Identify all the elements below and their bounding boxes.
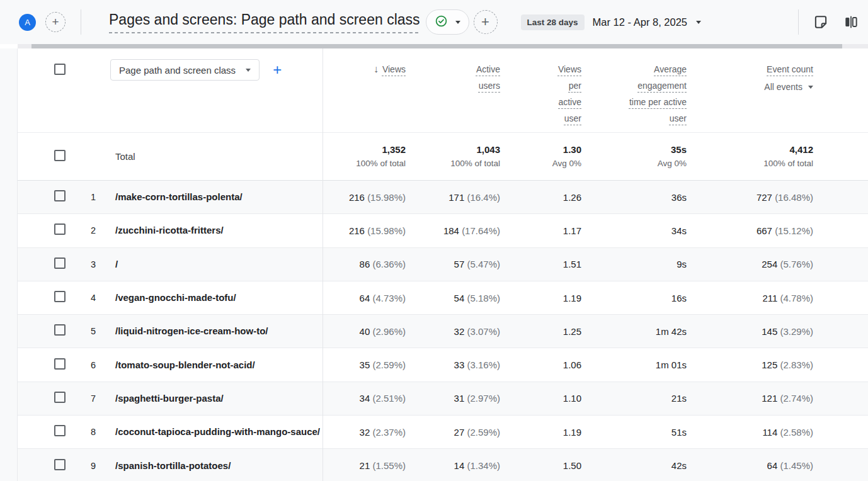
row-checkbox[interactable] [54, 324, 66, 336]
engagement-time-cell: 1m 01s [581, 359, 687, 370]
header-divider [798, 9, 799, 35]
check-circle-icon [435, 14, 448, 30]
engagement-time-cell: 9s [581, 259, 687, 269]
comparison-panels-button[interactable] [843, 14, 859, 30]
page-path: /spaghetti-burger-pasta/ [105, 392, 323, 405]
views-per-active-user-cell: 1.25 [500, 326, 581, 337]
row-number: 5 [67, 326, 105, 336]
select-all-checkbox[interactable] [54, 64, 66, 75]
table-row: 2 /zucchini-ricotta-fritters/ 216 (15.98… [18, 214, 868, 247]
table-row: 4 /vegan-gnocchi-made-tofu/ 64 (4.73%) 5… [18, 281, 868, 315]
views-cell: 21 (1.55%) [323, 460, 406, 471]
account-avatar[interactable]: A [19, 14, 36, 31]
event-count-cell: 125 (2.83%) [687, 359, 813, 370]
row-checkbox[interactable] [54, 291, 66, 302]
column-label: Active users [465, 61, 500, 94]
engagement-time-cell: 1m 42s [581, 326, 687, 337]
event-count-cell: 64 (1.45%) [687, 460, 813, 471]
column-label: Event count [767, 61, 813, 77]
table-row: 9 /spanish-tortilla-potatoes/ 21 (1.55%)… [18, 449, 868, 481]
add-report-tab-button[interactable]: + [45, 12, 66, 32]
report-table: Page path and screen class + ↓ Views Act… [18, 48, 868, 481]
total-views: 1,352 100% of total [323, 143, 406, 170]
page-path: /coconut-tapioca-pudding-with-mango-sauc… [105, 426, 323, 438]
date-range-badge: Last 28 days [521, 14, 585, 30]
row-checkbox[interactable] [54, 392, 66, 403]
views-cell: 34 (2.51%) [323, 393, 406, 404]
row-checkbox[interactable] [54, 358, 66, 370]
column-header-event-count[interactable]: Event count All events [687, 48, 813, 94]
event-count-cell: 114 (2.58%) [687, 427, 813, 438]
table-total-row: Total 1,352 100% of total 1,043 100% of … [18, 132, 868, 181]
engagement-time-cell: 36s [581, 192, 687, 203]
engagement-time-cell: 21s [581, 393, 687, 404]
active-users-cell: 57 (5.47%) [406, 259, 500, 269]
views-cell: 35 (2.59%) [323, 359, 406, 370]
sort-descending-icon: ↓ [374, 61, 379, 77]
row-number: 1 [67, 192, 105, 202]
active-users-cell: 184 (17.64%) [406, 225, 500, 236]
row-checkbox[interactable] [54, 257, 66, 269]
views-per-active-user-cell: 1.10 [500, 393, 581, 404]
table-body: 1 /make-corn-tortillas-polenta/ 216 (15.… [18, 181, 868, 481]
row-checkbox[interactable] [54, 224, 66, 235]
page-path: / [105, 258, 323, 271]
column-label: Views per active user [551, 61, 581, 127]
page-path: /liquid-nitrogen-ice-cream-how-to/ [105, 325, 323, 337]
header-divider [81, 9, 81, 35]
active-users-cell: 171 (16.4%) [406, 192, 500, 203]
active-users-cell: 27 (2.59%) [406, 427, 500, 438]
page-path: /vegan-gnocchi-made-tofu/ [105, 291, 323, 304]
table-row: 8 /coconut-tapioca-pudding-with-mango-sa… [18, 416, 868, 449]
views-per-active-user-cell: 1.17 [500, 225, 581, 236]
analytics-report-page: A + Pages and screens: Page path and scr… [0, 0, 868, 481]
dimension-selector[interactable]: Page path and screen class [110, 59, 260, 81]
active-users-cell: 54 (5.18%) [406, 293, 500, 303]
total-label: Total [105, 151, 323, 162]
total-row-checkbox[interactable] [54, 150, 66, 161]
event-count-cell: 254 (5.76%) [687, 259, 813, 269]
chevron-down-icon[interactable] [696, 21, 701, 24]
event-count-cell: 121 (2.74%) [687, 393, 813, 404]
date-range-value[interactable]: Mar 12 - Apr 8, 2025 [593, 16, 687, 28]
views-cell: 216 (15.98%) [323, 225, 406, 236]
event-filter-dropdown[interactable]: All events [764, 80, 813, 94]
left-rail [0, 48, 18, 481]
event-count-cell: 211 (4.78%) [687, 293, 813, 303]
views-cell: 32 (2.37%) [323, 427, 406, 438]
row-number: 7 [67, 393, 105, 404]
views-cell: 40 (2.96%) [323, 326, 406, 337]
page-title[interactable]: Pages and screens: Page path and screen … [109, 11, 420, 33]
page-path: /make-corn-tortillas-polenta/ [105, 191, 323, 203]
add-comparison-button[interactable]: + [474, 10, 498, 34]
horizontal-scrollbar [18, 44, 868, 48]
views-per-active-user-cell: 1.19 [500, 293, 581, 303]
active-users-cell: 33 (3.16%) [406, 359, 500, 370]
report-status-dropdown[interactable] [426, 9, 469, 35]
row-checkbox[interactable] [54, 190, 66, 201]
add-dimension-button[interactable]: + [273, 62, 282, 77]
column-header-avg-engagement-time[interactable]: Average engagement time per active user [581, 48, 687, 127]
table-row: 5 /liquid-nitrogen-ice-cream-how-to/ 40 … [18, 315, 868, 348]
notes-button[interactable] [813, 14, 829, 30]
total-views-per-active-user: 1.30 Avg 0% [500, 143, 581, 170]
views-per-active-user-cell: 1.51 [500, 259, 581, 269]
row-checkbox[interactable] [54, 459, 66, 470]
row-number: 3 [67, 259, 105, 269]
event-count-cell: 145 (3.29%) [687, 326, 813, 337]
table-row: 3 / 86 (6.36%) 57 (5.47%) 1.51 9s 254 (5… [18, 248, 868, 281]
row-checkbox[interactable] [54, 425, 66, 436]
total-event-count: 4,412 100% of total [687, 143, 813, 170]
column-header-views[interactable]: ↓ Views [323, 48, 406, 77]
column-header-active-users[interactable]: Active users [406, 48, 500, 94]
active-users-cell: 31 (2.97%) [406, 393, 500, 404]
engagement-time-cell: 16s [581, 293, 687, 303]
engagement-time-cell: 42s [581, 460, 687, 471]
scrollbar-thumb[interactable] [31, 44, 842, 48]
page-path: /tomato-soup-blender-not-acid/ [105, 359, 323, 371]
views-cell: 216 (15.98%) [323, 192, 406, 203]
chevron-down-icon [808, 86, 813, 89]
dimension-selector-label: Page path and screen class [119, 65, 236, 76]
column-header-views-per-active-user[interactable]: Views per active user [500, 48, 581, 127]
table-header-row: Page path and screen class + ↓ Views Act… [18, 48, 868, 132]
